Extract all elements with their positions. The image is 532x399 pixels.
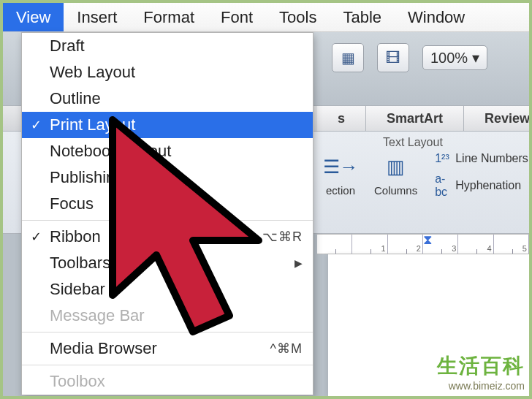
menu-item-label: Notebook Layout bbox=[50, 142, 171, 161]
zoom-value: 100% bbox=[430, 50, 468, 66]
menu-item-label: Sidebar bbox=[50, 280, 105, 299]
columns-icon: ▥ bbox=[380, 152, 412, 181]
text-direction-icon: ☰→ bbox=[324, 152, 357, 181]
menu-window[interactable]: Window bbox=[395, 3, 478, 31]
menu-item-label: Focus bbox=[50, 194, 94, 213]
ruler-tick: 1 bbox=[352, 235, 387, 254]
gallery-button[interactable]: ▦ bbox=[332, 43, 364, 72]
gallery-icon: ▦ bbox=[341, 49, 355, 66]
menu-item-label: Draft bbox=[50, 37, 85, 56]
tab-partial[interactable]: s bbox=[317, 106, 366, 131]
media-icon: 🎞 bbox=[386, 50, 400, 66]
menu-publishing-layout[interactable]: Publishing Layout bbox=[22, 164, 313, 191]
menu-message-bar: Message Bar bbox=[22, 303, 313, 329]
columns-label: Columns bbox=[374, 184, 417, 197]
text-direction-button[interactable]: ☰→ ection bbox=[324, 152, 357, 197]
menu-ribbon[interactable]: ✓ Ribbon ⌥⌘R bbox=[22, 224, 313, 250]
tab-review[interactable]: Review bbox=[464, 106, 532, 131]
menu-view[interactable]: View bbox=[3, 3, 64, 31]
ruler-tick: 4 bbox=[458, 235, 493, 254]
menu-item-label: Publishing Layout bbox=[50, 168, 177, 187]
chevron-down-icon: ▾ bbox=[472, 49, 479, 66]
menu-item-label: Outline bbox=[50, 89, 101, 108]
hyphenation-label: Hyphenation bbox=[455, 179, 521, 192]
watermark: 生活百科 www.bimeiz.com bbox=[437, 352, 525, 392]
hyphenation-button[interactable]: a-bc Hyphenation bbox=[435, 172, 528, 199]
checkmark-icon: ✓ bbox=[31, 229, 42, 245]
watermark-title: 生活百科 bbox=[437, 352, 525, 380]
text-direction-label: ection bbox=[326, 184, 355, 197]
menu-web-layout[interactable]: Web Layout bbox=[22, 59, 313, 86]
standard-toolbar: ▦ 🎞 100% ▾ bbox=[317, 32, 529, 83]
watermark-url: www.bimeiz.com bbox=[437, 380, 525, 392]
menu-item-label: Media Browser bbox=[50, 339, 157, 358]
menu-print-layout[interactable]: ✓ Print Layout bbox=[22, 112, 313, 138]
ribbon-side-options: 1²³ Line Numbers a-bc Hyphenation bbox=[435, 152, 528, 199]
submenu-arrow-icon: ▶ bbox=[294, 257, 303, 269]
zoom-selector[interactable]: 100% ▾ bbox=[422, 45, 487, 70]
line-numbers-button[interactable]: 1²³ Line Numbers bbox=[435, 152, 528, 165]
menu-insert[interactable]: Insert bbox=[64, 3, 130, 31]
menu-separator bbox=[22, 220, 313, 221]
menu-sidebar[interactable]: Sidebar bbox=[22, 276, 313, 303]
menu-media-browser[interactable]: Media Browser ^⌘M bbox=[22, 335, 313, 362]
menu-item-label: Toolbox bbox=[50, 372, 105, 391]
menu-table[interactable]: Table bbox=[330, 3, 395, 31]
menu-shortcut: ⌥⌘R bbox=[262, 229, 303, 245]
menu-item-label: Print Layout bbox=[50, 115, 135, 134]
menu-notebook-layout[interactable]: Notebook Layout bbox=[22, 138, 313, 164]
menu-item-label: Message Bar bbox=[50, 306, 145, 325]
ruler-tick: 5 bbox=[494, 235, 529, 254]
menu-draft[interactable]: Draft bbox=[22, 33, 313, 59]
columns-button[interactable]: ▥ Columns bbox=[374, 152, 417, 197]
menu-outline[interactable]: Outline bbox=[22, 86, 313, 112]
menu-tools[interactable]: Tools bbox=[266, 3, 330, 31]
ruler-tick bbox=[317, 235, 352, 254]
ruler-indent-marker[interactable]: ⧗ bbox=[423, 232, 433, 248]
menubar: View Insert Format Font Tools Table Wind… bbox=[3, 3, 529, 32]
media-button[interactable]: 🎞 bbox=[377, 43, 409, 72]
menu-shortcut: ^⌘M bbox=[270, 341, 303, 357]
ruler-tick: 2 bbox=[388, 235, 423, 254]
menu-focus[interactable]: Focus bbox=[22, 191, 313, 217]
line-numbers-label: Line Numbers bbox=[455, 152, 528, 165]
ribbon-group-label: Text Layout bbox=[383, 136, 443, 149]
menu-item-label: Toolbars bbox=[50, 254, 110, 273]
menu-item-label: Web Layout bbox=[50, 63, 135, 82]
view-dropdown: Draft Web Layout Outline ✓ Print Layout … bbox=[21, 32, 314, 395]
menu-separator bbox=[22, 332, 313, 332]
hyphenation-icon: a-bc bbox=[435, 172, 451, 199]
menu-format[interactable]: Format bbox=[130, 3, 208, 31]
menu-font[interactable]: Font bbox=[208, 3, 266, 31]
menu-toolbars[interactable]: Toolbars ▶ bbox=[22, 250, 313, 276]
menu-item-label: Ribbon bbox=[50, 227, 101, 246]
ribbon-group-text-layout: ☰→ ection ▥ Columns 1²³ Line Numbers a-b… bbox=[317, 152, 529, 199]
menu-toolbox: Toolbox bbox=[22, 368, 313, 395]
checkmark-icon: ✓ bbox=[31, 117, 42, 133]
line-numbers-icon: 1²³ bbox=[435, 152, 451, 165]
menu-separator bbox=[22, 365, 313, 365]
tab-smartart[interactable]: SmartArt bbox=[366, 106, 464, 131]
